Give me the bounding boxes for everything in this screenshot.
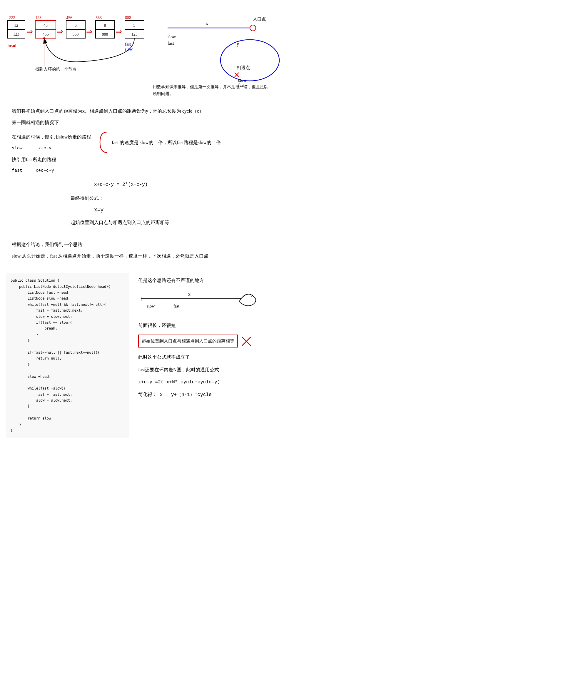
brace-explanation: fast 的速度是 slow的二倍，所以fast路程是slow的二倍 [97, 131, 221, 154]
page: 222 12 123 head ⇒ 123 45 456 ⇒ 456 [0, 0, 294, 444]
svg-text:fast: fast [173, 304, 179, 308]
svg-text:入口点: 入口点 [253, 17, 266, 21]
svg-text:⇒: ⇒ [26, 27, 33, 36]
distance-equal: 起始位置到入口点与相遇点到入口点的距离相等 [71, 217, 282, 228]
svg-text:slow: slow [168, 34, 176, 39]
svg-text:head: head [7, 43, 17, 48]
math-section: 我们将初始点到入口点的距离设为x、相遇点到入口点的距离设为y，环的总长度为 cy… [12, 106, 282, 228]
svg-text:相遇点: 相遇点 [237, 65, 250, 70]
svg-text:fast: fast [168, 41, 174, 46]
svg-text:x: x [206, 21, 208, 26]
svg-text:12: 12 [14, 23, 18, 28]
svg-text:45: 45 [44, 23, 48, 28]
svg-marker-35 [43, 37, 46, 39]
svg-text:222: 222 [9, 16, 15, 20]
code-explanation: 但是这个思路还有不严谨的地方 x y slow fast 前面很长，环很短 [138, 273, 285, 438]
long-before-short: 前面很长，环很短 [138, 320, 285, 330]
svg-text:⇒: ⇒ [116, 27, 122, 36]
linked-list-diagram: 222 12 123 head ⇒ 123 45 456 ⇒ 456 [6, 12, 147, 76]
svg-text:888: 888 [102, 32, 108, 36]
conclusion-section: 根据这个结论，我们得到一个思路 slow 从头开始走，fast 从相遇点开始走，… [12, 239, 282, 261]
svg-text:x: x [188, 292, 191, 297]
svg-text:456: 456 [43, 32, 49, 36]
code-section: public class Solution { public ListNode … [6, 273, 288, 438]
svg-text:456: 456 [66, 16, 72, 20]
but-note: 但是这个思路还有不严谨的地方 [138, 275, 285, 285]
svg-text:y: y [251, 292, 254, 297]
formula-invalid: 此时这个公式就不成立了 [138, 352, 285, 362]
svg-text:找到入环的第一个节点: 找到入环的第一个节点 [35, 67, 76, 71]
svg-point-37 [250, 25, 256, 31]
slow-path-block: 在相遇的时候，慢引用slow所走的路程 slow x+c-y 快引用fast所走… [12, 131, 91, 176]
top-section: 222 12 123 head ⇒ 123 45 456 ⇒ 456 [6, 12, 288, 88]
math-intro: 我们将初始点到入口点的距离设为x、相遇点到入口点的距离设为y，环的总长度为 cy… [12, 106, 282, 116]
math-note: 用数学知识来推导，但是第一次推导，并不是很严谨，但是足以说明问题。 [153, 84, 270, 97]
svg-point-43 [221, 40, 279, 81]
svg-text:123: 123 [35, 16, 41, 20]
svg-text:5: 5 [133, 23, 136, 28]
svg-text:⇒: ⇒ [57, 27, 63, 36]
fast-path-label: 快引用fast所走的路程 [12, 154, 91, 165]
circle-diagram: 入口点 x slow fast y 相遇点 [153, 12, 285, 88]
svg-text:123: 123 [13, 32, 19, 36]
svg-text:fast: fast [125, 42, 131, 46]
slow-fast-paths: 在相遇的时候，慢引用slow所走的路程 slow x+c-y 快引用fast所走… [12, 131, 282, 176]
highlight-text: 起始位置到入口点与相遇点到入口点的距离相等 [142, 339, 234, 343]
simplified: 简化得： x = y+（n-1）*cycle [138, 390, 285, 400]
svg-text:8: 8 [104, 23, 106, 28]
conclusion-label: 最终得到公式： [71, 193, 282, 203]
small-cycle-diagram: x y slow fast [138, 288, 273, 315]
formula-xy: x=y [94, 204, 282, 216]
svg-text:6: 6 [75, 23, 77, 28]
svg-text:563: 563 [96, 16, 102, 20]
code-content: public class Solution { public ListNode … [11, 278, 125, 433]
svg-text:⇒: ⇒ [86, 27, 93, 36]
strategy-text: slow 从头开始走，fast 从相遇点开始走，两个速度一样，速度一样，下次相遇… [12, 251, 282, 261]
svg-text:563: 563 [73, 32, 79, 36]
svg-text:y: y [237, 41, 239, 47]
fast-n-laps: fast还要在环内走N圈，此时的通用公式 [138, 365, 285, 375]
slow-path-label: 在相遇的时候，慢引用slow所走的路程 [12, 132, 91, 142]
conclusion-text: 根据这个结论，我们得到一个思路 [12, 239, 282, 250]
general-formula: x+c-y =2( x+N* cycle+cycle-y) [138, 377, 285, 387]
svg-text:slow: slow [147, 304, 155, 308]
first-circle-meet: 第一圈就相遇的情况下 [12, 117, 282, 128]
slow-formula-line: slow x+c-y [12, 143, 91, 153]
fast-formula-line: fast x+c+c-y [12, 166, 91, 176]
svg-text:888: 888 [125, 16, 131, 20]
x-mark-icon [240, 335, 252, 347]
equation: x+c+c-y = 2*(x+c-y) [94, 180, 282, 190]
code-block: public class Solution { public ListNode … [6, 273, 129, 438]
svg-text:123: 123 [131, 32, 138, 36]
svg-text:slow: slow [238, 78, 247, 83]
fast-speed-label: fast 的速度是 slow的二倍，所以fast路程是slow的二倍 [112, 137, 221, 148]
highlight-box: 起始位置到入口点与相遇点到入口点的距离相等 [138, 335, 238, 348]
